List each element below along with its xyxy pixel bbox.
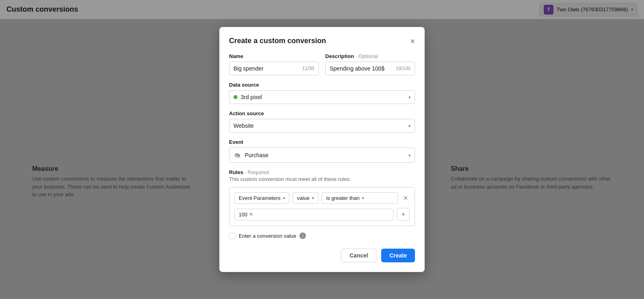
value-tag: 100 ✕ bbox=[239, 212, 253, 218]
name-group: Name 11/50 bbox=[229, 53, 319, 75]
name-char-count: 11/50 bbox=[302, 66, 314, 71]
rule-value-input[interactable]: 100 ✕ bbox=[234, 209, 394, 220]
action-source-select[interactable]: Website ▾ bbox=[229, 119, 415, 133]
modal-title: Create a custom conversion bbox=[229, 37, 326, 45]
create-custom-conversion-modal: Create a custom conversion × Name 11/50 … bbox=[219, 27, 425, 272]
rules-required-text: · Required bbox=[245, 169, 269, 175]
modal-footer: Cancel Create bbox=[229, 249, 415, 262]
name-input[interactable] bbox=[233, 65, 300, 72]
value-label: value bbox=[297, 195, 310, 201]
datasource-select[interactable]: 3rd pixel ▾ bbox=[229, 90, 415, 104]
rules-description: This custom conversion must meet all of … bbox=[229, 176, 415, 182]
action-source-label: Action source bbox=[229, 110, 415, 116]
event-content: 🛍 Purchase bbox=[233, 151, 268, 159]
action-source-group: Action source Website ▾ bbox=[229, 110, 415, 133]
event-params-select[interactable]: Event Parameters ▾ bbox=[234, 192, 289, 204]
condition-chevron-icon: ▾ bbox=[362, 196, 364, 200]
modal-header: Create a custom conversion × bbox=[229, 37, 415, 45]
rules-label: Rules · Required bbox=[229, 169, 415, 175]
conversion-value-checkbox[interactable] bbox=[229, 233, 235, 239]
value-tag-text: 100 bbox=[239, 212, 248, 218]
add-value-button[interactable]: + bbox=[397, 208, 410, 221]
info-icon[interactable]: i bbox=[299, 233, 306, 239]
datasource-value: 3rd pixel bbox=[241, 94, 262, 100]
purchase-bag-icon: 🛍 bbox=[233, 151, 242, 159]
modal-overlay: Create a custom conversion × Name 11/50 … bbox=[0, 0, 644, 299]
description-input-wrapper[interactable]: 19/100 bbox=[325, 62, 415, 75]
datasource-group: Data source 3rd pixel ▾ bbox=[229, 82, 415, 104]
datasource-chevron-icon: ▾ bbox=[409, 95, 411, 100]
rule-remove-button[interactable]: ✕ bbox=[401, 193, 410, 203]
datasource-select-content: 3rd pixel bbox=[233, 94, 262, 100]
action-source-value: Website bbox=[233, 123, 254, 129]
rule-box: Event Parameters ▾ value ▾ is greater th… bbox=[229, 187, 415, 226]
description-input[interactable] bbox=[330, 65, 393, 72]
value-select[interactable]: value ▾ bbox=[293, 192, 318, 204]
description-char-count: 19/100 bbox=[396, 66, 411, 71]
event-value: Purchase bbox=[245, 152, 268, 158]
rule-value-row: 100 ✕ + bbox=[234, 208, 410, 221]
optional-text: · Optional bbox=[355, 53, 378, 59]
event-select[interactable]: 🛍 Purchase ▾ bbox=[229, 147, 415, 163]
rule-condition-row: Event Parameters ▾ value ▾ is greater th… bbox=[234, 192, 410, 204]
action-source-content: Website bbox=[233, 123, 254, 129]
datasource-label: Data source bbox=[229, 82, 415, 88]
cancel-button[interactable]: Cancel bbox=[341, 249, 376, 262]
name-label: Name bbox=[229, 53, 319, 59]
action-source-chevron-icon: ▾ bbox=[409, 124, 411, 128]
name-description-row: Name 11/50 Description · Optional 19/100 bbox=[229, 53, 415, 75]
event-label: Event bbox=[229, 139, 415, 145]
condition-select[interactable]: is greater than ▾ bbox=[322, 192, 398, 204]
conversion-value-label: Enter a conversion value bbox=[239, 233, 296, 239]
event-params-label: Event Parameters bbox=[239, 195, 281, 201]
description-label: Description · Optional bbox=[325, 53, 415, 59]
close-button[interactable]: × bbox=[410, 37, 415, 45]
description-group: Description · Optional 19/100 bbox=[325, 53, 415, 75]
conversion-value-row: Enter a conversion value i bbox=[229, 233, 415, 239]
name-input-wrapper[interactable]: 11/50 bbox=[229, 62, 319, 75]
event-group: Event 🛍 Purchase ▾ bbox=[229, 139, 415, 163]
datasource-status-dot bbox=[233, 95, 237, 99]
value-chevron-icon: ▾ bbox=[312, 196, 314, 200]
value-tag-remove-icon[interactable]: ✕ bbox=[249, 212, 253, 217]
event-params-chevron-icon: ▾ bbox=[283, 196, 285, 200]
rules-group: Rules · Required This custom conversion … bbox=[229, 169, 415, 226]
create-button[interactable]: Create bbox=[381, 249, 415, 262]
condition-label: is greater than bbox=[326, 195, 359, 201]
event-chevron-icon: ▾ bbox=[409, 153, 411, 158]
